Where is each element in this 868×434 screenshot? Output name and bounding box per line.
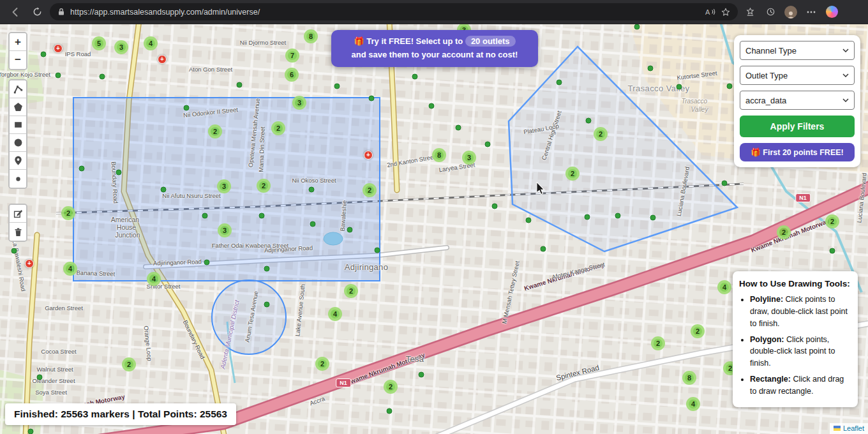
outlet-marker[interactable] — [202, 213, 208, 219]
cluster-marker[interactable]: 6 — [285, 68, 299, 82]
outlet-marker[interactable] — [586, 118, 592, 124]
cluster-marker[interactable]: 2 — [363, 183, 377, 197]
cluster-marker[interactable]: 2 — [61, 206, 75, 220]
url-text[interactable]: https://app.smartsalesandsupply.com/admi… — [70, 8, 700, 17]
profile-avatar[interactable] — [782, 4, 799, 20]
outlet-marker[interactable] — [309, 187, 315, 193]
outlet-marker[interactable] — [375, 248, 380, 253]
address-bar[interactable]: https://app.smartsalesandsupply.com/admi… — [50, 3, 738, 20]
cluster-marker[interactable]: 7 — [285, 49, 299, 63]
map[interactable]: Kwame Nkrumah MotorwayKwame Nkrumah Moto… — [0, 24, 868, 434]
outlet-marker[interactable] — [369, 96, 375, 101]
cluster-marker[interactable]: 8 — [682, 371, 696, 385]
red-plus-marker[interactable]: + — [364, 151, 373, 160]
apply-filters-button[interactable]: Apply Filters — [740, 116, 855, 137]
red-plus-marker[interactable]: + — [25, 259, 34, 268]
outlet-marker[interactable] — [526, 218, 532, 223]
outlet-marker[interactable] — [28, 429, 34, 434]
delete-layers-button[interactable] — [10, 223, 26, 241]
cluster-marker[interactable]: 3 — [218, 223, 232, 237]
outlet-marker[interactable] — [429, 103, 435, 109]
outlet-marker[interactable] — [347, 227, 353, 233]
outlet-marker[interactable] — [56, 73, 61, 79]
cluster-marker[interactable]: 3 — [217, 179, 231, 193]
leaflet-link[interactable]: Leaflet — [843, 424, 864, 432]
cluster-marker[interactable]: 5 — [92, 36, 106, 50]
cluster-marker[interactable]: 2 — [777, 225, 791, 239]
dataset-select[interactable]: accra_data — [740, 91, 855, 110]
zoom-out-button[interactable]: − — [10, 51, 26, 69]
settings-ellipsis-icon[interactable] — [803, 4, 819, 20]
outlet-marker[interactable] — [650, 215, 656, 221]
cluster-marker[interactable]: 2 — [122, 357, 136, 371]
draw-polyline-button[interactable] — [10, 80, 26, 98]
draw-circle-button[interactable] — [10, 134, 26, 152]
cluster-marker[interactable]: 3 — [462, 151, 476, 165]
history-icon[interactable] — [762, 4, 779, 20]
cluster-marker[interactable]: 2 — [271, 121, 285, 135]
draw-rectangle-button[interactable] — [10, 116, 26, 134]
cluster-marker[interactable]: 2 — [257, 179, 271, 193]
outlet-marker[interactable] — [41, 52, 47, 57]
outlet-marker[interactable] — [259, 213, 265, 219]
outlet-marker[interactable] — [615, 213, 621, 219]
cluster-marker[interactable]: 2 — [384, 380, 398, 394]
cluster-marker[interactable]: 4 — [63, 262, 77, 276]
outlet-marker[interactable] — [492, 204, 498, 209]
cluster-marker[interactable]: 8 — [304, 29, 318, 43]
cluster-marker[interactable]: 8 — [432, 148, 446, 162]
cluster-marker[interactable]: 2 — [565, 167, 580, 181]
outlet-marker[interactable] — [485, 142, 491, 147]
outlet-marker[interactable] — [585, 214, 590, 220]
outlet-marker[interactable] — [310, 221, 316, 227]
cluster-marker[interactable]: 2 — [208, 124, 222, 138]
cluster-marker[interactable]: 4 — [144, 36, 158, 50]
read-aloud-icon[interactable]: A — [705, 8, 716, 16]
outlet-marker[interactable] — [264, 266, 270, 272]
cluster-marker[interactable]: 3 — [114, 40, 128, 54]
outlet-marker[interactable] — [387, 408, 393, 414]
outlet-marker[interactable] — [677, 84, 682, 90]
outlet-marker[interactable] — [184, 105, 190, 111]
red-plus-marker[interactable]: + — [158, 55, 167, 64]
outlet-marker[interactable] — [541, 246, 546, 252]
cluster-marker[interactable]: 3 — [292, 96, 306, 110]
outlet-marker[interactable] — [204, 260, 210, 266]
cluster-marker[interactable]: 2 — [594, 127, 608, 141]
cluster-marker[interactable]: 4 — [147, 272, 161, 286]
draw-circlemarker-button[interactable] — [10, 170, 26, 188]
red-plus-marker[interactable]: + — [54, 44, 63, 53]
outlet-marker[interactable] — [11, 248, 17, 254]
draw-marker-button[interactable] — [10, 152, 26, 170]
cluster-marker[interactable]: 2 — [651, 336, 665, 350]
free-points-button[interactable]: 🎁 First 20 points FREE! — [740, 143, 855, 161]
outlet-marker[interactable] — [648, 66, 654, 71]
outlet-marker[interactable] — [412, 74, 418, 80]
outlet-marker[interactable] — [161, 187, 167, 193]
outlet-type-select[interactable]: Outlet Type — [740, 66, 855, 85]
back-button[interactable] — [6, 3, 24, 21]
outlet-marker[interactable] — [557, 80, 562, 86]
site-info-lock-icon[interactable] — [57, 8, 65, 16]
copilot-icon[interactable] — [823, 4, 840, 20]
outlet-marker[interactable] — [456, 125, 461, 131]
outlet-marker[interactable] — [419, 372, 424, 378]
cluster-marker[interactable]: 4 — [686, 397, 700, 411]
outlet-marker[interactable] — [116, 170, 122, 176]
outlet-marker[interactable] — [722, 181, 728, 186]
outlet-marker[interactable] — [727, 84, 733, 89]
outlet-marker[interactable] — [334, 84, 340, 89]
outlet-marker[interactable] — [830, 248, 835, 254]
cluster-marker[interactable]: 2 — [344, 284, 358, 298]
zoom-in-button[interactable]: + — [10, 33, 26, 51]
favorites-hub-icon[interactable] — [742, 4, 758, 20]
refresh-button[interactable] — [28, 3, 46, 21]
outlet-marker[interactable] — [100, 74, 105, 80]
edit-layers-button[interactable] — [10, 205, 26, 223]
channel-type-select[interactable]: Channel Type — [740, 41, 855, 60]
outlet-marker[interactable] — [264, 302, 270, 308]
outlet-marker[interactable] — [37, 375, 43, 380]
outlet-marker[interactable] — [634, 24, 640, 30]
cluster-marker[interactable]: 2 — [315, 357, 329, 371]
favorite-star-icon[interactable] — [721, 8, 730, 17]
